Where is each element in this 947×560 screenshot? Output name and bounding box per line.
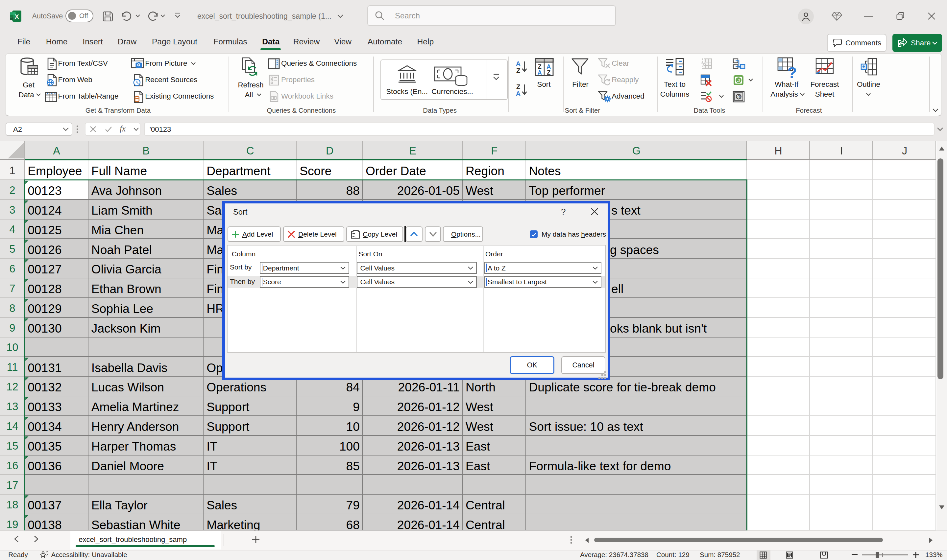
svg-text:X: X: [15, 13, 19, 20]
svg-text:A: A: [516, 90, 520, 97]
svg-text:Z: Z: [516, 67, 520, 74]
svg-text:A: A: [516, 60, 520, 68]
svg-text:Z: Z: [538, 63, 542, 70]
svg-text:A: A: [537, 69, 542, 76]
svg-text:?: ?: [787, 64, 797, 81]
svg-text:Z: Z: [547, 69, 550, 76]
svg-text:A: A: [547, 63, 551, 70]
